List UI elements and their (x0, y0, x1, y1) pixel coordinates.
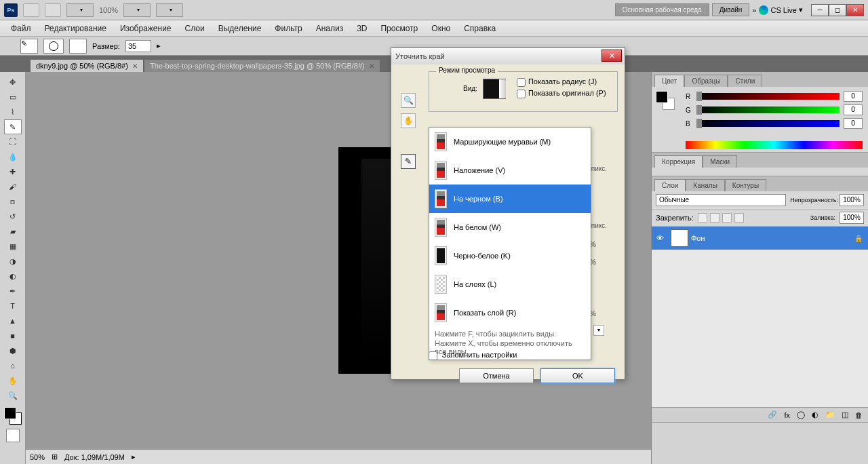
menu-window[interactable]: Окно (425, 21, 457, 36)
arrange-docs-select[interactable] (123, 3, 151, 17)
b-value[interactable]: 0 (844, 118, 863, 129)
panel-fgbg-swatch[interactable] (656, 91, 675, 110)
fill-layer-icon[interactable]: ◐ (812, 410, 818, 419)
close-icon[interactable]: ✕ (132, 62, 138, 70)
show-radius-checkbox[interactable] (517, 78, 526, 87)
marquee-tool[interactable]: ▭ (4, 90, 22, 104)
g-slider[interactable] (696, 107, 840, 113)
quick-select-tool[interactable]: ✎ (4, 119, 22, 134)
quickmask-toggle[interactable] (6, 429, 20, 442)
dialog-titlebar[interactable]: Уточнить край ✕ (391, 48, 625, 64)
brush-tool[interactable]: 🖌 (4, 179, 22, 194)
fg-bg-swatch[interactable] (4, 407, 22, 425)
3d-tool[interactable]: ⬢ (4, 343, 22, 358)
size-stepper-icon[interactable]: ▸ (157, 41, 161, 50)
lock-trans-icon[interactable] (698, 213, 707, 223)
move-tool[interactable]: ✥ (4, 75, 22, 90)
blend-mode-select[interactable]: Обычные (656, 194, 786, 206)
tab-swatches[interactable]: Образцы (684, 75, 728, 87)
tab-adjustments[interactable]: Коррекция (654, 155, 703, 168)
dialog-close-button[interactable]: ✕ (601, 50, 622, 62)
link-layers-icon[interactable]: 🔗 (768, 410, 777, 419)
view-mode-marching-ants[interactable]: Марширующие муравьи (M) (429, 128, 591, 156)
hand-tool[interactable]: ✋ (4, 373, 22, 388)
g-value[interactable]: 0 (844, 104, 863, 115)
tab-color[interactable]: Цвет (654, 75, 684, 87)
history-brush-tool[interactable]: ↺ (4, 209, 22, 224)
status-info-icon[interactable]: ⊞ (52, 452, 58, 461)
menu-layers[interactable]: Слои (178, 21, 212, 36)
trash-icon[interactable]: 🗑 (855, 411, 863, 419)
view-mode-on-white[interactable]: На белом (W) (429, 213, 591, 241)
3d-camera-tool[interactable]: ⌂ (4, 358, 22, 373)
view-mode-overlay[interactable]: Наложение (V) (429, 156, 591, 185)
healing-tool[interactable]: ✚ (4, 164, 22, 179)
menu-help[interactable]: Справка (457, 21, 502, 36)
eraser-tool[interactable]: ▰ (4, 224, 22, 239)
new-layer-icon[interactable]: ◫ (842, 410, 848, 419)
screenmode-select[interactable] (156, 3, 183, 17)
brush-preset-icon[interactable] (69, 39, 87, 54)
crop-tool[interactable]: ⛶ (4, 134, 22, 149)
output-select-arrow-icon[interactable]: ▾ (593, 325, 604, 336)
menu-3d[interactable]: 3D (350, 21, 374, 36)
menu-analysis[interactable]: Анализ (309, 21, 351, 36)
tab-styles[interactable]: Стили (728, 75, 762, 87)
layer-thumb[interactable] (671, 229, 688, 247)
lock-all-icon[interactable] (734, 213, 744, 223)
gradient-tool[interactable]: ▦ (4, 239, 22, 254)
remember-settings-checkbox[interactable] (429, 351, 437, 360)
visibility-icon[interactable]: 👁 (652, 234, 668, 242)
lock-position-icon[interactable] (722, 213, 732, 223)
hand-tool-dialog[interactable]: ✋ (401, 113, 416, 128)
group-icon[interactable]: 📁 (825, 410, 835, 419)
menu-edit[interactable]: Редактирование (38, 21, 113, 36)
fill-input[interactable]: 100% (840, 212, 864, 224)
zoom-tool[interactable]: 🔍 (4, 388, 22, 403)
tab-channels[interactable]: Каналы (686, 179, 725, 191)
blur-tool[interactable]: ◑ (4, 254, 22, 269)
view-mode-on-black[interactable]: На черном (B) (429, 185, 591, 213)
view-mode-on-layers[interactable]: На слоях (L) (429, 270, 591, 298)
tab-layers[interactable]: Слои (654, 179, 686, 191)
mask-icon[interactable]: ◯ (797, 410, 805, 419)
lasso-tool[interactable]: ⌇ (4, 104, 22, 119)
workspace-more-icon[interactable]: » (752, 6, 756, 14)
menu-view[interactable]: Просмотр (374, 21, 425, 36)
color-ramp[interactable] (686, 141, 863, 149)
doc-tab-1[interactable]: The-best-top-spring-desktop-wallpapers-3… (144, 59, 380, 72)
view-thumb-button[interactable] (483, 79, 506, 99)
status-zoom[interactable]: 50% (30, 453, 45, 461)
ok-button[interactable]: OK (540, 368, 615, 383)
menu-file[interactable]: Файл (4, 21, 38, 36)
zoom-display[interactable]: 100% (99, 6, 118, 14)
b-slider[interactable] (696, 120, 840, 127)
mini-bridge-icon[interactable] (45, 3, 61, 17)
workspace-essentials-button[interactable]: Основная рабочая среда (615, 3, 709, 16)
pen-tool[interactable]: ✒ (4, 284, 22, 298)
opacity-input[interactable]: 100% (840, 194, 864, 206)
maximize-button[interactable]: ◻ (829, 4, 846, 16)
lock-pixels-icon[interactable] (710, 213, 719, 223)
layer-row[interactable]: 👁 Фон 🔒 (652, 227, 868, 250)
menu-select[interactable]: Выделение (212, 21, 269, 36)
status-arrow-icon[interactable]: ▸ (132, 452, 136, 461)
show-original-checkbox[interactable] (517, 90, 526, 98)
close-button[interactable]: ✕ (846, 4, 864, 16)
tab-paths[interactable]: Контуры (725, 179, 766, 191)
layer-name-label[interactable]: Фон (691, 234, 854, 242)
view-mode-bw[interactable]: Черно-белое (K) (429, 241, 591, 270)
cs-live-button[interactable]: CS Live ▾ (759, 5, 803, 15)
stamp-tool[interactable]: ⧈ (4, 194, 22, 209)
launch-bridge-icon[interactable] (23, 3, 39, 17)
cancel-button[interactable]: Отмена (459, 368, 534, 383)
menu-image[interactable]: Изображение (113, 21, 178, 36)
r-value[interactable]: 0 (844, 91, 863, 102)
zoom-tool-dialog[interactable]: 🔍 (401, 93, 416, 108)
brush-size-input[interactable]: 35 (125, 40, 151, 52)
view-extras-select[interactable] (66, 3, 94, 17)
dodge-tool[interactable]: ◐ (4, 269, 22, 284)
refine-brush-tool[interactable]: ✎ (401, 154, 416, 169)
doc-tab-0[interactable]: dkny9.jpg @ 50% (RGB/8#) ✕ (30, 59, 144, 72)
view-mode-reveal-layer[interactable]: Показать слой (R) (429, 298, 591, 327)
